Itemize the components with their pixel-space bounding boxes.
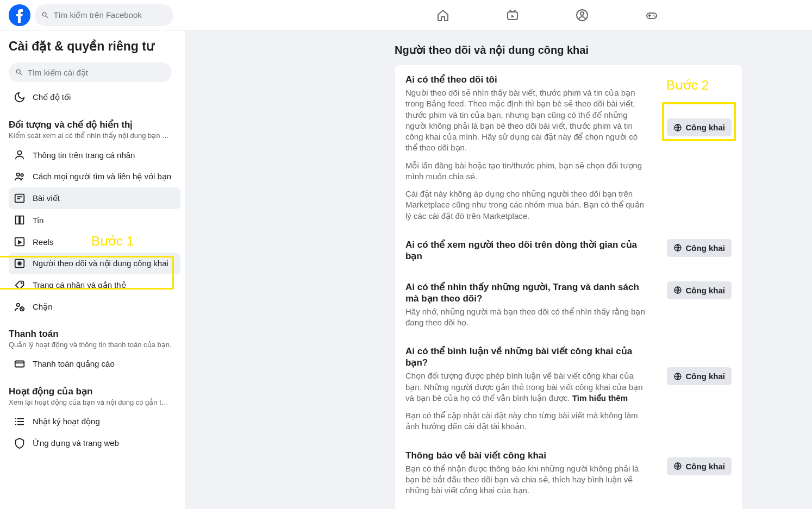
moon-icon	[13, 91, 26, 104]
sidebar-item-label: Reels	[33, 237, 53, 247]
sidebar-item-label: Tin	[33, 216, 43, 225]
sidebar-item-label: Thông tin trên trang cá nhân	[33, 150, 135, 160]
who-can-follow-button[interactable]: Công khai	[667, 118, 732, 136]
settings-sidebar: Cài đặt & quyền riêng tư Chế độ tối Đối …	[0, 30, 185, 509]
setting-who-can-comment-desc: Chọn đối tượng được phép bình luận về bà…	[405, 370, 647, 432]
followers-icon	[13, 257, 26, 270]
gaming-icon	[645, 9, 658, 22]
setting-who-can-follow-title: Ai có thể theo dõi tôi	[405, 74, 647, 85]
who-can-comment-button[interactable]: Công khai	[667, 367, 732, 385]
post-icon	[13, 192, 26, 205]
setting-who-see-following-title: Ai có thể nhìn thấy những người, Trang v…	[405, 281, 647, 304]
sidebar-item-apps-web[interactable]: Ứng dụng và trang web	[9, 432, 180, 454]
svg-point-7	[21, 174, 23, 177]
sidebar-item-activity-log[interactable]: Nhật ký hoạt động	[9, 411, 180, 432]
public-post-notify-button[interactable]: Công khai	[667, 457, 732, 475]
sidebar-item-stories[interactable]: Tin	[9, 209, 180, 231]
svg-point-5	[17, 151, 21, 155]
section-sub-payment: Quản lý hoạt động và thông tin thanh toá…	[9, 341, 172, 349]
globe-icon	[673, 286, 682, 294]
sidebar-item-label: Thanh toán quảng cáo	[33, 359, 115, 369]
setting-who-see-followers-title: Ai có thể xem người theo dõi trên dòng t…	[405, 239, 647, 262]
settings-search-input[interactable]	[28, 68, 165, 77]
list-icon	[13, 415, 26, 428]
facebook-logo[interactable]	[9, 4, 30, 26]
video-icon	[506, 9, 519, 22]
sidebar-item-label: Trang cá nhân và gắn thẻ	[33, 280, 126, 290]
user-icon	[13, 148, 26, 161]
app-header	[0, 0, 812, 30]
global-search[interactable]	[35, 4, 173, 26]
sidebar-item-label: Người theo dõi và nội dung công khai	[33, 259, 168, 268]
sidebar-item-find-contact[interactable]: Cách mọi người tìm và liên hệ với bạn	[9, 166, 180, 187]
book-icon	[13, 213, 26, 227]
nav-groups[interactable]	[574, 8, 590, 23]
svg-point-6	[17, 173, 20, 177]
sidebar-item-label: Chế độ tối	[33, 92, 71, 102]
svg-point-12	[21, 282, 22, 284]
sidebar-item-reels[interactable]: Reels	[9, 231, 180, 253]
sidebar-item-label: Chặn	[33, 302, 53, 312]
search-icon	[41, 11, 49, 20]
sidebar-item-profile-info[interactable]: Thông tin trên trang cá nhân	[9, 144, 180, 166]
globe-icon	[673, 372, 682, 381]
sidebar-item-ads-payment[interactable]: Thanh toán quảng cáo	[9, 353, 180, 375]
apps-icon	[13, 437, 26, 450]
setting-who-can-comment-title: Ai có thể bình luận về những bài viết cô…	[405, 345, 647, 368]
tag-icon	[13, 279, 26, 292]
nav-home[interactable]	[435, 8, 451, 23]
sidebar-item-followers[interactable]: Người theo dõi và nội dung công khai	[9, 253, 180, 274]
svg-point-13	[17, 304, 20, 307]
section-sub-activity: Xem lại hoạt động của bạn và nội dung có…	[9, 398, 172, 406]
sidebar-title: Cài đặt & quyền riêng tư	[9, 39, 180, 54]
who-see-following-button[interactable]: Công khai	[667, 281, 732, 299]
main-content: Người theo dõi và nội dung công khai Bướ…	[185, 30, 812, 509]
section-sub-audience: Kiểm soát xem ai có thể nhìn thấy nội du…	[9, 131, 172, 140]
sidebar-item-profile-tag[interactable]: Trang cá nhân và gắn thẻ	[9, 274, 180, 296]
page-title: Người theo dõi và nội dung công khai	[395, 43, 742, 56]
setting-public-post-notify-desc: Bạn có thể nhận được thông báo khi những…	[405, 463, 647, 497]
globe-icon	[673, 243, 682, 252]
sidebar-item-dark-mode[interactable]: Chế độ tối	[9, 86, 180, 108]
sidebar-item-posts[interactable]: Bài viết	[9, 187, 180, 209]
learn-more-link[interactable]: Tìm hiểu thêm	[572, 393, 628, 403]
sidebar-item-block[interactable]: Chặn	[9, 296, 180, 318]
home-icon	[436, 9, 449, 22]
section-heading-audience: Đối tượng và chế độ hiển thị	[9, 119, 180, 130]
sidebar-item-label: Bài viết	[33, 193, 60, 203]
nav-watch[interactable]	[505, 8, 520, 23]
users-icon	[13, 170, 26, 183]
svg-rect-15	[15, 361, 24, 367]
block-icon	[13, 300, 26, 313]
global-search-input[interactable]	[53, 10, 167, 20]
who-see-followers-button[interactable]: Công khai	[667, 239, 732, 257]
section-heading-payment: Thanh toán	[9, 329, 180, 340]
svg-point-3	[580, 12, 584, 15]
search-icon	[15, 68, 23, 77]
reels-icon	[13, 235, 26, 248]
globe-icon	[673, 462, 682, 470]
card-icon	[13, 357, 26, 370]
setting-who-can-follow-desc: Người theo dõi sẽ nhìn thấy bài viết, th…	[405, 87, 647, 222]
groups-icon	[576, 9, 589, 22]
sidebar-item-label: Ứng dụng và trang web	[33, 438, 119, 448]
globe-icon	[673, 123, 682, 132]
setting-public-post-notify-title: Thông báo về bài viết công khai	[405, 450, 647, 461]
section-heading-activity: Hoạt động của bạn	[9, 386, 180, 397]
sidebar-item-label: Nhật ký hoạt động	[33, 417, 100, 426]
settings-search[interactable]	[9, 62, 172, 82]
setting-who-see-following-desc: Hãy nhớ, những người mà bạn theo dõi có …	[405, 306, 647, 329]
nav-gaming[interactable]	[644, 8, 659, 23]
sidebar-item-label: Cách mọi người tìm và liên hệ với bạn	[33, 172, 171, 181]
